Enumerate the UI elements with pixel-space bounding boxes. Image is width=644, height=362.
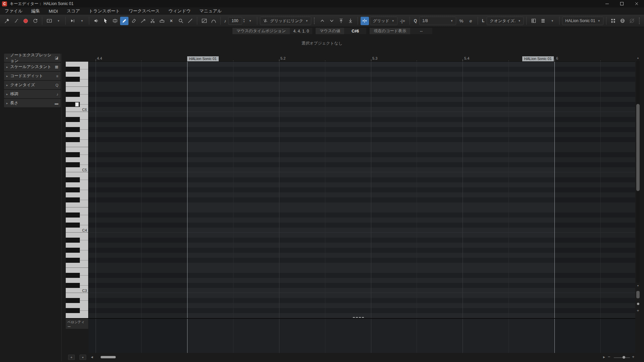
black-key[interactable] — [66, 273, 80, 278]
line-tool[interactable] — [186, 17, 194, 25]
snap-type-select[interactable]: グリッド ▼ — [370, 17, 397, 25]
autoscroll-button[interactable] — [45, 17, 53, 25]
retrospective-record-button[interactable] — [31, 17, 39, 25]
scroll-up-button[interactable]: ▲ — [635, 55, 641, 60]
black-key[interactable] — [66, 162, 80, 167]
v-zoom-thumb[interactable] — [636, 291, 640, 298]
object-selection-tool[interactable] — [101, 17, 110, 25]
curve-display-button[interactable] — [200, 17, 208, 25]
sidebar-section-header[interactable]: ▸長さ▬ — [4, 99, 61, 107]
mute-tool[interactable]: × — [167, 17, 175, 25]
sidebar-section-header[interactable]: ▸ノートエクスプレッション◪ — [4, 54, 61, 62]
nudge-up-button[interactable] — [318, 17, 327, 25]
scroll-down-button[interactable]: ▼ — [635, 283, 641, 288]
black-key[interactable] — [66, 77, 80, 82]
scroll-left-button[interactable]: ◀ — [90, 354, 94, 360]
lane-divider-handle[interactable] — [353, 317, 364, 318]
menu-item[interactable]: ワークスペース — [128, 8, 160, 14]
black-key[interactable] — [66, 152, 80, 157]
part-select[interactable]: HALion Sonic 01 ▼ — [562, 17, 603, 25]
trim-tool[interactable] — [139, 17, 147, 25]
black-key[interactable] — [66, 177, 80, 182]
v-zoom-in-button[interactable]: + — [635, 308, 641, 313]
midi-playback-button[interactable] — [628, 17, 636, 25]
v-zoom-handle[interactable] — [637, 303, 639, 305]
black-key[interactable] — [66, 67, 80, 72]
black-key[interactable] — [66, 117, 80, 122]
minimize-button[interactable] — [600, 0, 614, 7]
part-name-tag[interactable]: HALion Sonic 01 — [187, 56, 219, 61]
black-key[interactable] — [66, 298, 80, 303]
snap-button[interactable] — [361, 17, 369, 25]
visibility-dropdown[interactable]: ▼ — [548, 17, 556, 25]
ruler[interactable]: 4.45.25.35.46HALion Sonic 01HALion Sonic… — [88, 55, 635, 62]
autoscroll-dropdown[interactable]: ▼ — [54, 17, 63, 25]
black-key[interactable] — [66, 92, 80, 97]
sidebar-section-header[interactable]: ▸コードエディット≡ — [4, 72, 61, 80]
menu-item[interactable]: ファイル — [5, 8, 22, 14]
sidebar-section-header[interactable]: ▸移調♪ — [4, 90, 61, 98]
piano-keyboard[interactable]: C6C5C4C3 — [66, 62, 89, 318]
black-key[interactable] — [66, 213, 80, 218]
part-name-tag[interactable]: HALion Sonic 01 — [522, 56, 554, 61]
black-key[interactable] — [66, 283, 80, 288]
close-button[interactable] — [629, 0, 644, 7]
zoom-tool[interactable] — [176, 17, 185, 25]
horizontal-scrollbar-thumb[interactable] — [101, 356, 116, 358]
black-key[interactable] — [66, 248, 80, 253]
solo-editor-button[interactable] — [12, 17, 20, 25]
black-key[interactable] — [66, 238, 80, 243]
velocity-lane[interactable] — [89, 319, 635, 353]
sidebar-section-header[interactable]: ▸スケールアシスタント▦ — [4, 63, 61, 71]
draw-tool[interactable] — [120, 17, 128, 25]
menu-item[interactable]: マニュアル — [199, 8, 222, 14]
insert-velocity-input[interactable]: 100 — [228, 17, 242, 25]
nudge-down-button[interactable] — [328, 17, 336, 25]
menu-item[interactable]: MIDI — [49, 9, 58, 14]
black-key[interactable] — [66, 187, 80, 192]
menu-item[interactable]: スコア — [67, 8, 80, 14]
quantize-panel-button[interactable]: e — [467, 17, 475, 25]
split-tool[interactable] — [148, 17, 157, 25]
menu-item[interactable]: ウィンドウ — [168, 8, 191, 14]
pin-button[interactable] — [3, 17, 11, 25]
show-part-borders-button[interactable] — [609, 17, 618, 25]
quantize-preset-select[interactable]: 1/8 ▼ — [419, 17, 456, 25]
h-zoom-slider[interactable] — [614, 357, 630, 358]
independent-loop-button[interactable] — [619, 17, 627, 25]
record-in-editor-button[interactable] — [21, 17, 30, 25]
add-lane-button[interactable]: + — [68, 355, 75, 360]
maximize-button[interactable] — [614, 0, 629, 7]
black-key[interactable] — [66, 197, 80, 202]
lane-type-dropdown[interactable]: ▼ — [79, 355, 86, 360]
move-up-button[interactable] — [337, 17, 345, 25]
range-selection-tool[interactable] — [111, 17, 119, 25]
erase-tool[interactable] — [129, 17, 138, 25]
black-key[interactable] — [66, 137, 80, 142]
black-key[interactable] — [66, 308, 80, 313]
track-visibility-button[interactable] — [539, 17, 547, 25]
insert-velocity-stepper[interactable]: ▲▼ — [243, 18, 245, 23]
sidebar-section-header[interactable]: ▸クオンタイズQ — [4, 81, 61, 89]
smooth-curve-button[interactable] — [209, 17, 218, 25]
insert-velocity-dropdown[interactable]: ▼ — [246, 17, 254, 25]
snap-offset-button[interactable]: -|+ — [398, 17, 407, 25]
note-grid[interactable] — [89, 62, 635, 318]
move-down-button[interactable] — [346, 17, 355, 25]
apply-quantize-button[interactable]: % — [457, 17, 466, 25]
acoustic-feedback-button[interactable] — [92, 17, 100, 25]
pitch-visibility-button[interactable] — [529, 17, 538, 25]
black-key[interactable] — [66, 223, 80, 228]
zoom-in-button[interactable]: + — [632, 354, 635, 359]
black-key[interactable] — [66, 258, 80, 263]
scroll-right-button[interactable]: ▶ — [602, 354, 606, 360]
menu-item[interactable]: 編集 — [31, 8, 40, 14]
note-display-button[interactable] — [68, 17, 77, 25]
glue-tool[interactable] — [158, 17, 166, 25]
black-key[interactable] — [66, 127, 80, 132]
h-zoom-handle[interactable] — [623, 356, 625, 359]
zoom-out-button[interactable]: − — [608, 354, 610, 359]
note-display-dropdown[interactable]: ▼ — [78, 17, 86, 25]
menu-item[interactable]: トランスポート — [89, 8, 120, 14]
grid-link-select[interactable]: グリッドにリンク ▼ — [260, 17, 311, 25]
